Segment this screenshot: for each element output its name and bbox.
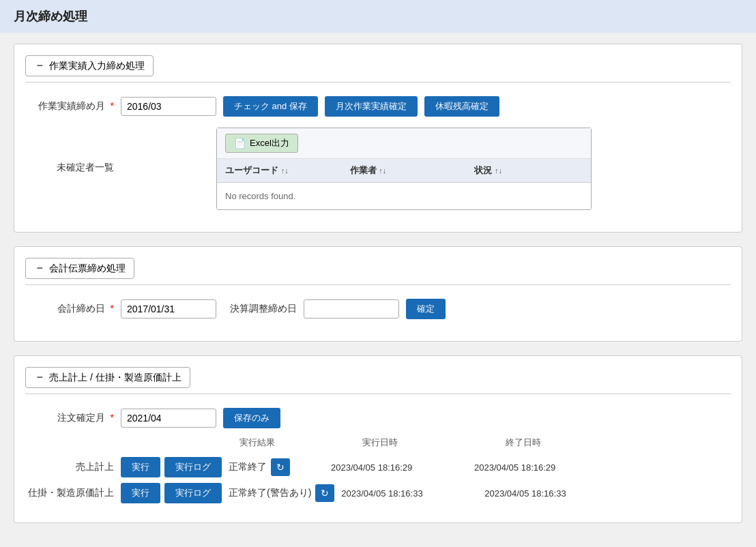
required-star-2: * <box>111 303 114 314</box>
section-accounting: － 会計伝票締め処理 会計締め日 * 決算調整締め日 確定 <box>14 246 742 342</box>
sales-log-button[interactable]: 実行ログ <box>164 457 222 477</box>
accounting-confirm-button[interactable]: 確定 <box>406 299 446 319</box>
col-user-code: ユーザコード ↑↓ <box>217 159 342 182</box>
section-work-results: － 作業実績入力締め処理 作業実績締め月 * チェック and 保存 月次作業実… <box>14 44 742 233</box>
monthly-confirm-button[interactable]: 月次作業実績確定 <box>325 96 418 117</box>
page-header: 月次締め処理 <box>0 0 756 33</box>
sort-icon-2[interactable]: ↑↓ <box>379 166 386 175</box>
wip-exec-time: 2023/04/05 18:16:33 <box>341 488 478 499</box>
section1-title: 作業実績入力締め処理 <box>49 60 145 72</box>
wip-label: 仕掛・製造原価計上 <box>25 487 114 499</box>
required-star-3: * <box>111 412 114 423</box>
sales-exec-time: 2023/04/05 18:16:29 <box>331 462 467 473</box>
section3-toggle[interactable]: － 売上計上 / 仕掛・製造原価計上 <box>25 367 190 388</box>
no-records-message: No records found. <box>217 183 591 209</box>
section3-toggle-icon: － <box>34 370 45 385</box>
unconfirmed-label: 未確定者一覧 <box>25 162 114 174</box>
sales-buttons: 実行 実行ログ <box>121 457 222 477</box>
section2-header: － 会計伝票締め処理 <box>25 258 731 285</box>
wip-refresh-button[interactable]: ↻ <box>315 484 334 502</box>
adj-date-label: 決算調整締め日 <box>230 303 297 315</box>
work-month-input[interactable] <box>121 97 216 116</box>
section1-toggle-icon: － <box>34 59 45 73</box>
excel-output-button[interactable]: 📄 Excel出力 <box>225 134 298 153</box>
excel-icon: 📄 <box>234 138 246 149</box>
sort-icon-3[interactable]: ↑↓ <box>495 166 502 175</box>
sales-refresh-button[interactable]: ↻ <box>271 458 290 476</box>
results-grid: 実行結果 実行日時 終了日時 売上計上 実行 実行ログ 正常終了 ↻ 2023/ <box>25 437 731 503</box>
holiday-balance-button[interactable]: 休暇残高確定 <box>424 96 499 117</box>
section3-header: － 売上計上 / 仕掛・製造原価計上 <box>25 367 731 394</box>
check-save-button[interactable]: チェック and 保存 <box>223 96 318 117</box>
sales-end-time: 2023/04/05 18:16:29 <box>474 462 611 473</box>
adj-date-input[interactable] <box>304 299 399 319</box>
section2-title: 会計伝票締め処理 <box>49 263 126 275</box>
sales-status: 正常終了 ↻ <box>229 458 324 476</box>
work-results-row: 作業実績締め月 * チェック and 保存 月次作業実績確定 休暇残高確定 <box>25 96 731 117</box>
accounting-date-row: 会計締め日 * 決算調整締め日 確定 <box>25 299 731 319</box>
sales-row: 売上計上 実行 実行ログ 正常終了 ↻ 2023/04/05 18:16:29 … <box>25 457 731 477</box>
wip-exec-button[interactable]: 実行 <box>121 483 160 503</box>
wip-status-text: 正常終了(警告あり) <box>229 487 311 499</box>
order-month-label: 注文確定月 * <box>25 412 114 424</box>
accounting-date-input[interactable] <box>121 299 216 319</box>
save-only-button[interactable]: 保存のみ <box>223 408 280 428</box>
col-worker: 作業者 ↑↓ <box>342 159 467 182</box>
results-header-row: 実行結果 実行日時 終了日時 <box>114 437 731 449</box>
section3-content: 注文確定月 * 保存のみ 実行結果 実行日時 終了日時 売上計上 <box>25 405 731 512</box>
excel-btn-row: 📄 Excel出力 <box>217 128 591 159</box>
col-status: 状況 ↑↓ <box>466 159 591 182</box>
section2-toggle[interactable]: － 会計伝票締め処理 <box>25 258 134 279</box>
section2-content: 会計締め日 * 決算調整締め日 確定 <box>25 296 731 330</box>
exec-time-col-header: 実行日時 <box>312 437 448 449</box>
table-header: ユーザコード ↑↓ 作業者 ↑↓ 状況 ↑↓ <box>217 159 591 183</box>
end-time-col-header: 終了日時 <box>455 437 592 449</box>
wip-buttons: 実行 実行ログ <box>121 483 222 503</box>
order-month-input[interactable] <box>121 409 216 428</box>
work-month-label: 作業実績締め月 * <box>25 100 114 113</box>
wip-log-button[interactable]: 実行ログ <box>164 483 222 503</box>
section3-title: 売上計上 / 仕掛・製造原価計上 <box>49 372 181 384</box>
unconfirmed-panel: 📄 Excel出力 ユーザコード ↑↓ 作業者 ↑↓ <box>216 128 592 210</box>
wip-end-time: 2023/04/05 18:16:33 <box>484 488 621 499</box>
accounting-date-label: 会計締め日 * <box>25 303 114 315</box>
required-star-1: * <box>111 100 114 111</box>
section1-header: － 作業実績入力締め処理 <box>25 55 731 83</box>
sales-status-text: 正常終了 <box>229 461 267 473</box>
result-col-header: 実行結果 <box>209 437 305 449</box>
section2-toggle-icon: － <box>34 261 45 276</box>
wip-row: 仕掛・製造原価計上 実行 実行ログ 正常終了(警告あり) ↻ 2023/04/0… <box>25 483 731 503</box>
sales-exec-button[interactable]: 実行 <box>121 457 160 477</box>
section1-content: 作業実績締め月 * チェック and 保存 月次作業実績確定 休暇残高確定 未確… <box>25 93 731 221</box>
section1-toggle[interactable]: － 作業実績入力締め処理 <box>25 55 154 76</box>
page-title: 月次締め処理 <box>14 10 87 23</box>
unconfirmed-row: 未確定者一覧 📄 Excel出力 ユーザコード ↑↓ <box>25 125 731 210</box>
order-month-row: 注文確定月 * 保存のみ <box>25 408 731 428</box>
section-sales: － 売上計上 / 仕掛・製造原価計上 注文確定月 * 保存のみ 実行結果 実行日… <box>14 355 742 523</box>
sort-icon-1[interactable]: ↑↓ <box>281 166 289 175</box>
sales-label: 売上計上 <box>25 461 114 473</box>
wip-status: 正常終了(警告あり) ↻ <box>229 484 334 502</box>
